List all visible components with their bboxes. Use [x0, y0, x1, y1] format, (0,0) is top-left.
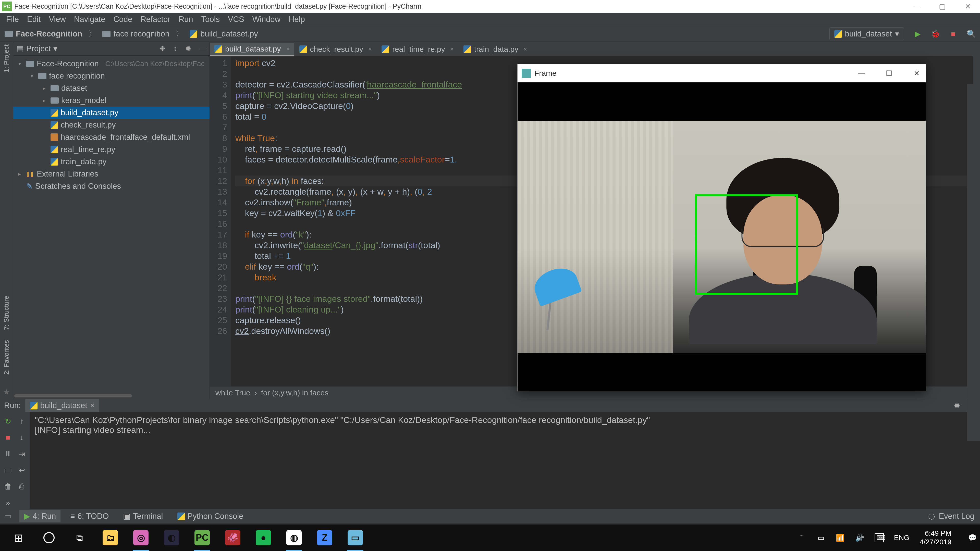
wifi-icon[interactable]: 📶 — [836, 534, 845, 542]
tree-item[interactable]: ▸⫿⫿External Libraries — [13, 168, 210, 180]
cortana-button[interactable] — [34, 524, 64, 551]
window-minimize-button[interactable]: — — [912, 2, 922, 11]
tree-arrow-icon[interactable]: ▾ — [30, 73, 36, 79]
close-icon[interactable]: × — [368, 46, 372, 53]
opencv-frame-window[interactable]: Frame — ☐ ✕ — [517, 64, 926, 391]
menu-tools[interactable]: Tools — [197, 15, 224, 24]
keyboard-icon[interactable]: ⌨ — [875, 533, 884, 542]
clock[interactable]: 6:49 PM 4/27/2019 — [920, 529, 958, 546]
tree-arrow-icon[interactable]: ▸ — [18, 171, 24, 177]
close-icon[interactable]: × — [523, 46, 527, 53]
taskbar-app-explorer[interactable]: 🗂 — [95, 524, 126, 551]
rail-project[interactable]: 1: Project — [3, 44, 11, 73]
tree-item[interactable]: ✎Scratches and Consoles — [13, 180, 210, 192]
taskbar-app-zoom[interactable]: Z — [309, 524, 340, 551]
project-tree[interactable]: ▾Face-Recognition C:\Users\Can Koz\Deskt… — [13, 56, 210, 194]
taskbar-app-octopus[interactable]: 🦑 — [218, 524, 248, 551]
volume-icon[interactable]: 🔊 — [855, 534, 864, 542]
tree-item[interactable]: ▾face recognition — [13, 70, 210, 82]
close-icon[interactable]: × — [286, 45, 290, 52]
gear-icon[interactable]: ✹ — [185, 44, 191, 53]
editor-tab[interactable]: build_dataset.py× — [210, 43, 294, 56]
chevron-down-icon[interactable]: ▾ — [53, 44, 57, 53]
dump-button[interactable]: 🖴 — [2, 462, 14, 478]
wrap-button[interactable]: ↩ — [15, 462, 28, 478]
rerun-button[interactable]: ↻ — [2, 413, 14, 429]
toolwin-python-console[interactable]: Python Console — [173, 510, 248, 522]
project-scrollbar[interactable] — [13, 394, 210, 399]
tree-item[interactable]: haarcascade_frontalface_default.xml — [13, 131, 210, 143]
battery-icon[interactable]: ▭ — [816, 534, 826, 542]
autoscroll-icon[interactable]: ✥ — [159, 44, 165, 53]
menu-window[interactable]: Window — [248, 15, 285, 24]
step-button[interactable]: ⇥ — [15, 446, 28, 462]
crumb-context-b[interactable]: for (x,y,w,h) in faces — [261, 389, 329, 397]
language-indicator[interactable]: ENG — [894, 534, 910, 542]
hide-icon[interactable]: — — [199, 44, 207, 53]
menu-view[interactable]: View — [45, 15, 70, 24]
menu-file[interactable]: File — [2, 15, 23, 24]
down-button[interactable]: ↓ — [15, 430, 28, 445]
frame-close-button[interactable]: ✕ — [912, 69, 921, 78]
taskbar-app-gitkraken[interactable]: ◎ — [126, 524, 156, 551]
action-center-icon[interactable]: 💬 — [968, 534, 977, 542]
tree-item[interactable]: ▾Face-Recognition C:\Users\Can Koz\Deskt… — [13, 58, 210, 70]
run-tab[interactable]: build_dataset × — [25, 399, 99, 412]
taskbar-app-chrome[interactable]: ◍ — [279, 524, 309, 551]
editor-tab[interactable]: train_data.py× — [459, 43, 531, 56]
toolwin-terminal[interactable]: ▣Terminal — [118, 510, 167, 522]
collapse-icon[interactable]: ↕ — [173, 44, 177, 53]
trash-button[interactable]: 🗑 — [2, 479, 14, 494]
toolwin-todo[interactable]: ≡6: TODO — [65, 510, 113, 522]
tree-item[interactable]: real_time_re.py — [13, 143, 210, 156]
tree-item[interactable]: build_dataset.py — [13, 106, 210, 119]
menu-code[interactable]: Code — [109, 15, 136, 24]
frame-minimize-button[interactable]: — — [856, 69, 866, 77]
window-maximize-button[interactable]: ▢ — [937, 2, 947, 11]
task-view-button[interactable]: ⧉ — [64, 524, 95, 551]
breadcrumb-folder[interactable]: face recognition — [114, 29, 169, 38]
toolwin-eventlog[interactable]: Event Log — [939, 512, 974, 521]
tree-item[interactable]: check_result.py — [13, 119, 210, 131]
toolwin-run[interactable]: ▶4: Run — [19, 510, 60, 522]
debug-button[interactable]: 🐞 — [931, 30, 940, 38]
tree-arrow-icon[interactable]: ▸ — [43, 97, 48, 103]
tray-chevron-icon[interactable]: ˆ — [797, 534, 806, 542]
stop-run-button[interactable]: ■ — [2, 430, 14, 445]
breadcrumb-root[interactable]: Face-Recognition — [16, 29, 82, 38]
run-console[interactable]: "C:\Users\Can Koz\PythonProjects\for bin… — [30, 412, 980, 512]
breadcrumb-file[interactable]: build_dataset.py — [200, 29, 258, 38]
menu-edit[interactable]: Edit — [23, 15, 45, 24]
search-everywhere-button[interactable]: 🔍 — [967, 30, 975, 38]
frame-maximize-button[interactable]: ☐ — [884, 69, 894, 78]
menu-help[interactable]: Help — [285, 15, 309, 24]
close-icon[interactable]: × — [90, 401, 94, 410]
up-button[interactable]: ↑ — [15, 413, 28, 429]
editor-tab[interactable]: check_result.py× — [295, 43, 376, 56]
menu-vcs[interactable]: VCS — [224, 15, 248, 24]
print-button[interactable]: ⎙ — [15, 479, 28, 494]
editor-tab[interactable]: real_time_re.py× — [377, 43, 458, 56]
crumb-context-a[interactable]: while True — [215, 389, 250, 397]
taskbar-app-pycharm[interactable]: PC — [187, 524, 218, 551]
menu-refactor[interactable]: Refactor — [136, 15, 174, 24]
tree-arrow-icon[interactable]: ▸ — [43, 85, 48, 91]
menu-run[interactable]: Run — [175, 15, 197, 24]
close-icon[interactable]: × — [450, 46, 454, 53]
taskbar-app-window[interactable]: ▭ — [340, 524, 371, 551]
stop-button[interactable]: ■ — [949, 30, 958, 38]
pause-button[interactable]: ⏸ — [2, 446, 14, 462]
gear-icon[interactable]: ✹ — [954, 401, 960, 410]
tree-arrow-icon[interactable]: ▾ — [18, 61, 24, 67]
tree-item[interactable]: ▸keras_model — [13, 94, 210, 106]
run-config-dropdown[interactable]: build_dataset ▾ — [829, 27, 904, 40]
run-button[interactable]: ▶ — [913, 30, 922, 38]
frame-titlebar[interactable]: Frame — ☐ ✕ — [517, 64, 926, 83]
start-button[interactable]: ⊞ — [3, 524, 34, 551]
taskbar-app-eclipse[interactable]: ◐ — [156, 524, 187, 551]
menu-navigate[interactable]: Navigate — [70, 15, 109, 24]
taskbar-app-spotify[interactable]: ● — [248, 524, 279, 551]
more-button[interactable]: » — [2, 495, 14, 510]
tree-item[interactable]: train_data.py — [13, 156, 210, 168]
rail-structure[interactable]: 7: Structure — [3, 295, 11, 330]
